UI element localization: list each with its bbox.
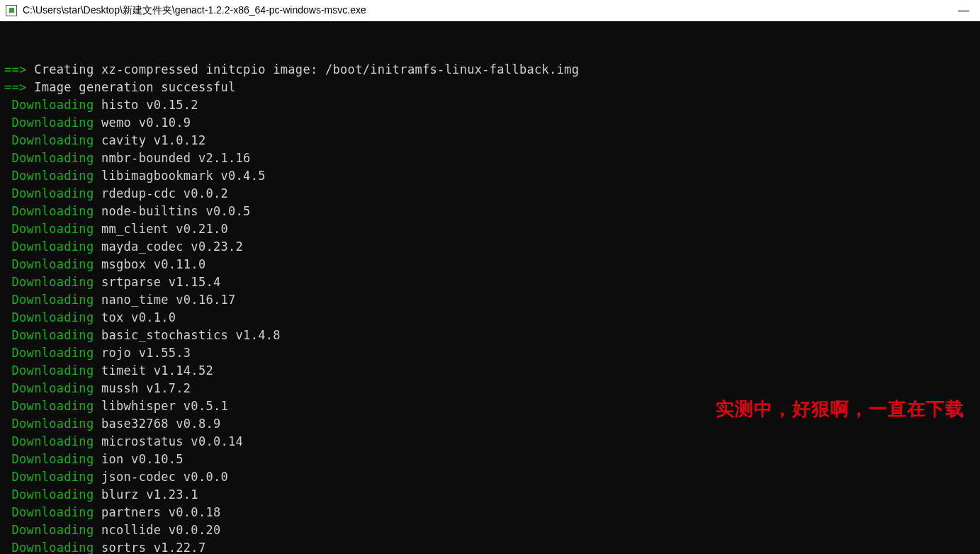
download-line: Downloading rdedup-cdc v0.0.2 bbox=[4, 185, 974, 203]
downloading-label: Downloading bbox=[4, 98, 94, 112]
download-line: Downloading mm_client v0.21.0 bbox=[4, 220, 974, 238]
download-line: Downloading sortrs v1.22.7 bbox=[4, 539, 974, 554]
downloading-label: Downloading bbox=[4, 523, 94, 537]
package-name: mussh v1.7.2 bbox=[94, 381, 191, 395]
package-name: msgbox v0.11.0 bbox=[94, 257, 205, 271]
download-line: Downloading cavity v1.0.12 bbox=[4, 132, 974, 149]
download-line: Downloading ncollide v0.0.20 bbox=[4, 521, 974, 539]
download-line: Downloading mayda_codec v0.23.2 bbox=[4, 238, 974, 256]
downloading-label: Downloading bbox=[4, 470, 94, 484]
window-controls: — bbox=[947, 0, 980, 21]
download-line: Downloading blurz v1.23.1 bbox=[4, 486, 974, 504]
minimize-button[interactable]: — bbox=[947, 0, 980, 21]
downloading-label: Downloading bbox=[4, 293, 94, 307]
package-name: tox v0.1.0 bbox=[94, 310, 176, 324]
package-name: timeit v1.14.52 bbox=[94, 363, 213, 378]
download-line: Downloading msgbox v0.11.0 bbox=[4, 256, 974, 273]
downloading-label: Downloading bbox=[4, 417, 94, 431]
package-name: mayda_codec v0.23.2 bbox=[94, 239, 243, 254]
package-name: partners v0.0.18 bbox=[94, 505, 220, 519]
package-name: libwhisper v0.5.1 bbox=[94, 399, 228, 413]
downloading-label: Downloading bbox=[4, 541, 94, 554]
terminal-line: ==> Creating xz-compressed initcpio imag… bbox=[4, 61, 974, 79]
download-line: Downloading node-builtins v0.0.5 bbox=[4, 203, 974, 220]
package-name: json-codec v0.0.0 bbox=[94, 470, 228, 484]
package-name: rdedup-cdc v0.0.2 bbox=[94, 186, 228, 200]
package-name: rojo v1.55.3 bbox=[94, 346, 191, 360]
download-line: Downloading basic_stochastics v1.4.8 bbox=[4, 327, 974, 344]
downloading-label: Downloading bbox=[4, 115, 94, 130]
package-name: wemo v0.10.9 bbox=[94, 115, 191, 130]
package-name: base32768 v0.8.9 bbox=[94, 417, 220, 431]
package-name: srtparse v1.15.4 bbox=[94, 275, 220, 289]
package-name: sortrs v1.22.7 bbox=[94, 541, 205, 554]
package-name: nano_time v0.16.17 bbox=[94, 293, 235, 307]
downloading-label: Downloading bbox=[4, 487, 94, 502]
downloading-label: Downloading bbox=[4, 222, 94, 236]
package-name: nmbr-bounded v2.1.16 bbox=[94, 151, 250, 165]
window-title: C:\Users\star\Desktop\新建文件夹\genact-1.2.2… bbox=[23, 4, 974, 17]
package-name: libimagbookmark v0.4.5 bbox=[94, 169, 265, 183]
package-name: node-builtins v0.0.5 bbox=[94, 204, 250, 218]
downloading-label: Downloading bbox=[4, 381, 94, 395]
downloading-label: Downloading bbox=[4, 505, 94, 519]
arrow-prefix: ==> bbox=[4, 80, 27, 94]
download-line: Downloading ion v0.10.5 bbox=[4, 451, 974, 468]
window-titlebar[interactable]: C:\Users\star\Desktop\新建文件夹\genact-1.2.2… bbox=[0, 0, 980, 21]
download-line: Downloading tox v0.1.0 bbox=[4, 309, 974, 327]
download-line: Downloading rojo v1.55.3 bbox=[4, 344, 974, 362]
downloading-label: Downloading bbox=[4, 151, 94, 165]
annotation-overlay: 实测中，好狠啊，一直在下载 bbox=[716, 400, 964, 418]
download-line: Downloading partners v0.0.18 bbox=[4, 504, 974, 521]
package-name: blurz v1.23.1 bbox=[94, 487, 198, 502]
downloading-label: Downloading bbox=[4, 346, 94, 360]
downloading-label: Downloading bbox=[4, 257, 94, 271]
downloading-label: Downloading bbox=[4, 310, 94, 324]
arrow-prefix: ==> bbox=[4, 62, 27, 77]
downloading-label: Downloading bbox=[4, 275, 94, 289]
package-name: ion v0.10.5 bbox=[94, 452, 183, 466]
app-icon bbox=[6, 5, 17, 16]
downloading-label: Downloading bbox=[4, 399, 94, 413]
downloading-label: Downloading bbox=[4, 186, 94, 200]
package-name: ncollide v0.0.20 bbox=[94, 523, 220, 537]
download-line: Downloading wemo v0.10.9 bbox=[4, 114, 974, 132]
downloading-label: Downloading bbox=[4, 133, 94, 147]
header-text: Creating xz-compressed initcpio image: /… bbox=[27, 62, 580, 77]
package-name: cavity v1.0.12 bbox=[94, 133, 205, 147]
terminal-output[interactable]: ==> Creating xz-compressed initcpio imag… bbox=[0, 21, 980, 554]
download-line: Downloading microstatus v0.0.14 bbox=[4, 433, 974, 451]
downloading-label: Downloading bbox=[4, 204, 94, 218]
package-name: mm_client v0.21.0 bbox=[94, 222, 228, 236]
download-line: Downloading timeit v1.14.52 bbox=[4, 362, 974, 380]
package-name: histo v0.15.2 bbox=[94, 98, 198, 112]
header-text: Image generation successful bbox=[27, 80, 236, 94]
download-line: Downloading json-codec v0.0.0 bbox=[4, 468, 974, 486]
downloading-label: Downloading bbox=[4, 452, 94, 466]
package-name: microstatus v0.0.14 bbox=[94, 434, 243, 448]
download-line: Downloading nmbr-bounded v2.1.16 bbox=[4, 149, 974, 167]
download-line: Downloading mussh v1.7.2 bbox=[4, 380, 974, 397]
download-line: Downloading histo v0.15.2 bbox=[4, 96, 974, 114]
package-name: basic_stochastics v1.4.8 bbox=[94, 328, 280, 342]
downloading-label: Downloading bbox=[4, 434, 94, 448]
download-line: Downloading srtparse v1.15.4 bbox=[4, 273, 974, 291]
downloading-label: Downloading bbox=[4, 239, 94, 254]
terminal-line: ==> Image generation successful bbox=[4, 79, 974, 96]
download-line: Downloading nano_time v0.16.17 bbox=[4, 291, 974, 309]
downloading-label: Downloading bbox=[4, 328, 94, 342]
downloading-label: Downloading bbox=[4, 169, 94, 183]
downloading-label: Downloading bbox=[4, 363, 94, 378]
download-line: Downloading libimagbookmark v0.4.5 bbox=[4, 167, 974, 185]
